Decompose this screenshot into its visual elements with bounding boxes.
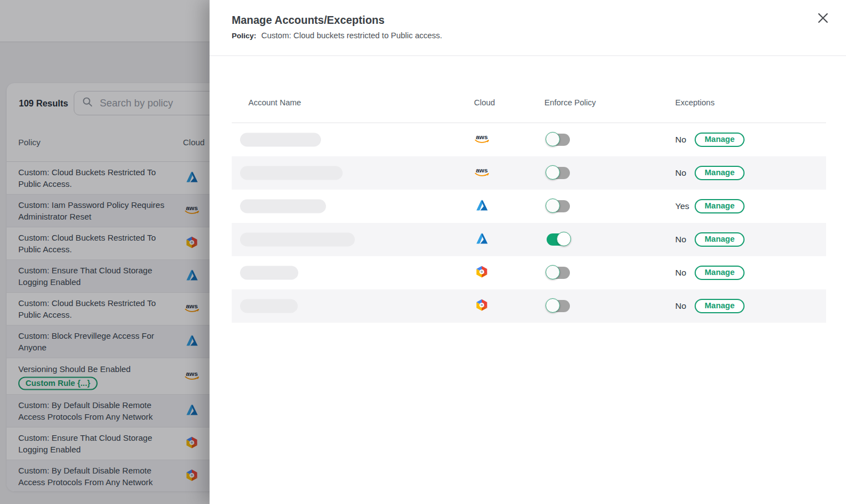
exceptions-value: No xyxy=(675,301,695,311)
enforce-policy-toggle[interactable] xyxy=(547,134,570,146)
column-header-enforce-policy: Enforce Policy xyxy=(544,98,596,107)
toggle-knob xyxy=(546,132,560,146)
accounts-table: Account Name Cloud Enforce Policy Except… xyxy=(232,89,826,323)
account-row: No Manage xyxy=(232,256,826,289)
accounts-table-header: Account Name Cloud Enforce Policy Except… xyxy=(232,89,826,123)
manage-exceptions-modal: Manage Accounts/Exceptions Policy: Custo… xyxy=(210,0,846,504)
manage-exceptions-button[interactable]: Manage xyxy=(695,166,745,180)
account-name-redacted xyxy=(240,299,298,313)
column-header-exceptions: Exceptions xyxy=(675,98,715,107)
svg-text:aws: aws xyxy=(476,134,488,140)
toggle-knob xyxy=(546,298,560,313)
toggle-knob xyxy=(546,265,560,279)
exceptions-value: Yes xyxy=(675,201,695,211)
account-row: No Manage xyxy=(232,223,826,256)
enforce-policy-toggle[interactable] xyxy=(547,267,570,279)
manage-exceptions-button[interactable]: Manage xyxy=(695,199,745,213)
manage-exceptions-button[interactable]: Manage xyxy=(695,299,745,313)
account-name-redacted xyxy=(240,166,343,180)
azure-icon xyxy=(476,233,488,247)
account-row: No Manage xyxy=(232,289,826,323)
toggle-knob xyxy=(546,165,560,180)
exceptions-value: No xyxy=(675,235,695,245)
manage-exceptions-button[interactable]: Manage xyxy=(695,232,745,247)
enforce-policy-toggle[interactable] xyxy=(547,300,570,312)
policy-value: Custom: Cloud buckets restricted to Publ… xyxy=(261,31,442,40)
gcp-icon xyxy=(475,266,488,280)
toggle-knob xyxy=(557,232,571,246)
aws-icon: aws xyxy=(473,133,490,146)
column-header-account-name: Account Name xyxy=(248,98,301,107)
toggle-knob xyxy=(546,198,560,213)
modal-header-divider xyxy=(210,55,846,56)
account-row: Yes Manage xyxy=(232,190,826,223)
account-name-redacted xyxy=(240,233,355,247)
exceptions-value: No xyxy=(675,168,695,178)
column-header-cloud: Cloud xyxy=(474,98,495,107)
policy-label: Policy: xyxy=(232,32,256,40)
account-row: aws No Manage xyxy=(232,123,826,156)
accounts-table-body: aws No Manage aws No Manage Yes Manage xyxy=(232,123,826,323)
account-row: aws No Manage xyxy=(232,156,826,190)
close-icon[interactable] xyxy=(815,10,830,26)
enforce-policy-toggle[interactable] xyxy=(547,233,570,246)
manage-exceptions-button[interactable]: Manage xyxy=(695,133,745,147)
account-name-redacted xyxy=(240,266,298,280)
svg-text:aws: aws xyxy=(476,167,488,174)
aws-icon: aws xyxy=(473,166,490,180)
enforce-policy-toggle[interactable] xyxy=(547,167,570,179)
modal-title: Manage Accounts/Exceptions xyxy=(232,14,385,27)
azure-icon xyxy=(476,200,488,213)
account-name-redacted xyxy=(240,200,326,213)
modal-policy-line: Policy: Custom: Cloud buckets restricted… xyxy=(232,31,442,40)
gcp-icon xyxy=(475,299,488,313)
app-root: 109 Results Search by policy Policy Clou… xyxy=(0,0,846,504)
enforce-policy-toggle[interactable] xyxy=(547,200,570,212)
exceptions-value: No xyxy=(675,268,695,278)
manage-exceptions-button[interactable]: Manage xyxy=(695,266,745,280)
account-name-redacted xyxy=(240,133,321,147)
exceptions-value: No xyxy=(675,135,695,145)
